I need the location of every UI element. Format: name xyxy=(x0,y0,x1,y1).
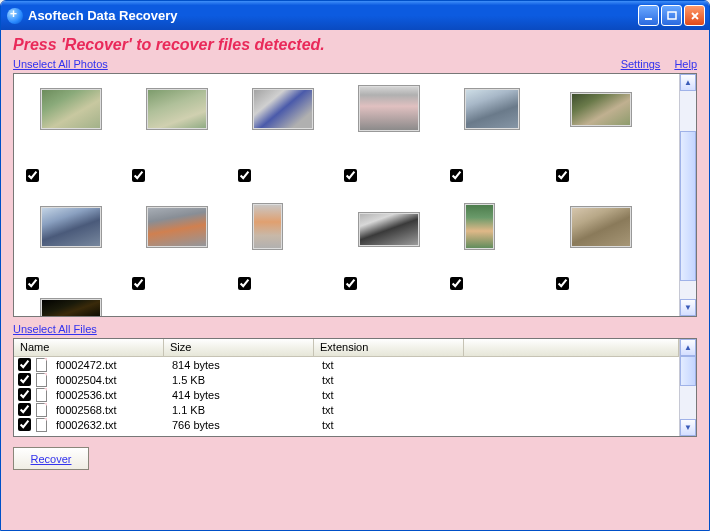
thumb-cell[interactable] xyxy=(556,82,662,190)
scroll-track[interactable] xyxy=(680,91,696,299)
file-checkbox[interactable] xyxy=(18,388,31,401)
column-extension[interactable]: Extension xyxy=(314,339,464,357)
file-checkbox[interactable] xyxy=(18,358,31,371)
thumb-image[interactable] xyxy=(464,88,520,130)
photo-panel: ▲ ▼ xyxy=(13,73,697,317)
thumb-image[interactable] xyxy=(40,88,102,130)
thumb-image[interactable] xyxy=(358,85,420,132)
scroll-up-icon[interactable]: ▲ xyxy=(680,339,696,356)
window-buttons xyxy=(638,5,705,26)
thumb-checkbox[interactable] xyxy=(556,277,569,290)
app-icon xyxy=(7,8,23,24)
thumb-checkbox[interactable] xyxy=(132,277,145,290)
scroll-down-icon[interactable]: ▼ xyxy=(680,419,696,436)
recover-button[interactable]: Recover xyxy=(13,447,89,470)
minimize-button[interactable] xyxy=(638,5,659,26)
file-name: f0002568.txt xyxy=(50,404,166,416)
thumb-cell[interactable] xyxy=(450,190,556,298)
thumb-checkbox[interactable] xyxy=(450,277,463,290)
settings-link[interactable]: Settings xyxy=(621,58,661,70)
thumb-checkbox[interactable] xyxy=(26,169,39,182)
file-name: f0002632.txt xyxy=(50,419,166,431)
file-name: f0002504.txt xyxy=(50,374,166,386)
svg-rect-0 xyxy=(645,18,652,20)
files-rows: f0002472.txt814 bytestxtf0002504.txt1.5 … xyxy=(14,357,679,432)
file-name: f0002472.txt xyxy=(50,359,166,371)
file-size: 814 bytes xyxy=(166,359,316,371)
photo-scrollbar[interactable]: ▲ ▼ xyxy=(679,74,696,316)
help-link[interactable]: Help xyxy=(674,58,697,70)
scroll-up-icon[interactable]: ▲ xyxy=(680,74,696,91)
button-row: Recover xyxy=(13,437,697,470)
thumb-cell[interactable] xyxy=(344,82,450,190)
file-icon xyxy=(34,388,48,402)
close-button[interactable] xyxy=(684,5,705,26)
column-size[interactable]: Size xyxy=(164,339,314,357)
thumb-checkbox[interactable] xyxy=(556,169,569,182)
file-checkbox[interactable] xyxy=(18,418,31,431)
file-extension: txt xyxy=(316,374,466,386)
thumb-image[interactable] xyxy=(146,88,208,130)
photo-scroll-area[interactable] xyxy=(14,74,679,316)
thumb-cell[interactable] xyxy=(132,82,238,190)
scroll-handle[interactable] xyxy=(680,131,696,281)
instruction-text: Press 'Recover' to recover files detecte… xyxy=(13,34,697,56)
thumb-image[interactable] xyxy=(40,298,102,316)
photo-links-row: Unselect All Photos Settings Help xyxy=(13,56,697,73)
scroll-down-icon[interactable]: ▼ xyxy=(680,299,696,316)
thumb-cell[interactable] xyxy=(556,190,662,298)
unselect-all-files-link[interactable]: Unselect All Files xyxy=(13,323,97,335)
file-checkbox[interactable] xyxy=(18,403,31,416)
column-spacer[interactable] xyxy=(464,339,679,357)
thumb-image[interactable] xyxy=(252,203,283,250)
scroll-handle[interactable] xyxy=(680,356,696,386)
thumb-checkbox[interactable] xyxy=(132,169,145,182)
thumb-checkbox[interactable] xyxy=(450,169,463,182)
thumb-checkbox[interactable] xyxy=(26,277,39,290)
thumb-cell[interactable] xyxy=(26,190,132,298)
column-headers: Name Size Extension xyxy=(14,339,679,357)
thumb-cell[interactable] xyxy=(450,82,556,190)
window-title: Asoftech Data Recovery xyxy=(28,8,638,23)
file-extension: txt xyxy=(316,419,466,431)
scroll-track[interactable] xyxy=(680,356,696,419)
thumb-cell[interactable] xyxy=(26,298,132,316)
file-size: 1.1 KB xyxy=(166,404,316,416)
thumb-checkbox[interactable] xyxy=(238,169,251,182)
table-row[interactable]: f0002504.txt1.5 KBtxt xyxy=(14,372,679,387)
table-row[interactable]: f0002568.txt1.1 KBtxt xyxy=(14,402,679,417)
file-checkbox[interactable] xyxy=(18,373,31,386)
file-size: 414 bytes xyxy=(166,389,316,401)
files-scrollbar[interactable]: ▲ ▼ xyxy=(679,339,696,436)
file-icon xyxy=(34,403,48,417)
file-size: 1.5 KB xyxy=(166,374,316,386)
file-extension: txt xyxy=(316,389,466,401)
thumb-image[interactable] xyxy=(464,203,495,250)
thumb-image[interactable] xyxy=(358,212,420,247)
thumb-checkbox[interactable] xyxy=(238,277,251,290)
thumb-cell[interactable] xyxy=(238,82,344,190)
photo-grid xyxy=(26,82,679,316)
thumb-cell[interactable] xyxy=(26,82,132,190)
maximize-button[interactable] xyxy=(661,5,682,26)
table-row[interactable]: f0002472.txt814 bytestxt xyxy=(14,357,679,372)
thumb-image[interactable] xyxy=(570,92,632,127)
title-bar[interactable]: Asoftech Data Recovery xyxy=(1,1,709,30)
files-links-row: Unselect All Files xyxy=(13,317,697,338)
thumb-checkbox[interactable] xyxy=(344,277,357,290)
thumb-cell[interactable] xyxy=(344,190,450,298)
thumb-image[interactable] xyxy=(570,206,632,248)
table-row[interactable]: f0002536.txt414 bytestxt xyxy=(14,387,679,402)
thumb-cell[interactable] xyxy=(132,190,238,298)
file-icon xyxy=(34,373,48,387)
thumb-image[interactable] xyxy=(40,206,102,248)
file-icon xyxy=(34,418,48,432)
thumb-checkbox[interactable] xyxy=(344,169,357,182)
unselect-all-photos-link[interactable]: Unselect All Photos xyxy=(13,58,108,70)
thumb-image[interactable] xyxy=(146,206,208,248)
table-row[interactable]: f0002632.txt766 bytestxt xyxy=(14,417,679,432)
thumb-cell[interactable] xyxy=(238,190,344,298)
column-name[interactable]: Name xyxy=(14,339,164,357)
file-extension: txt xyxy=(316,404,466,416)
thumb-image[interactable] xyxy=(252,88,314,130)
